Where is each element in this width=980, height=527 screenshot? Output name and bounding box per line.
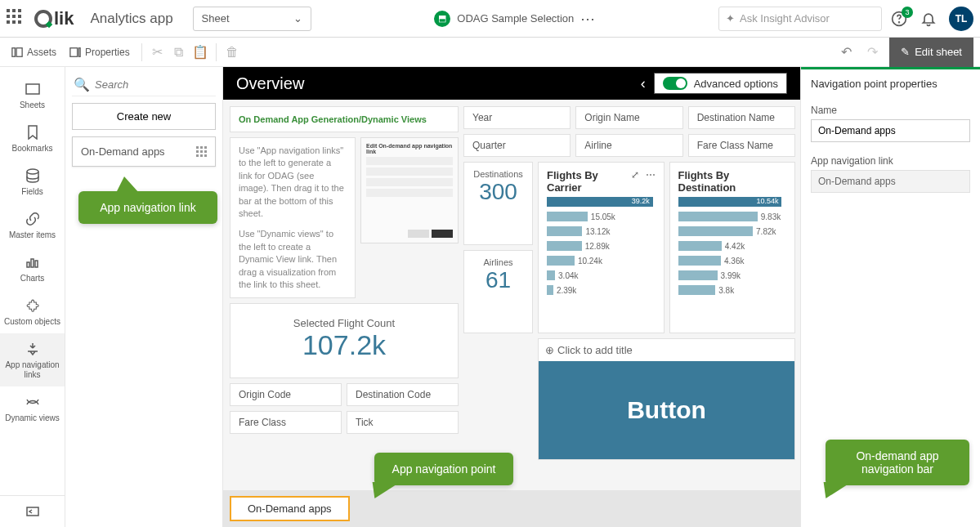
app-navigation-bar[interactable]: On-Demand apps (223, 490, 800, 527)
chevron-down-icon: ⌄ (293, 12, 302, 25)
sheet-selection-label: ODAG Sample Selection (457, 12, 574, 25)
dialog-preview-image: Edit On-demand app navigation link (360, 137, 459, 243)
toggle-on-icon (663, 77, 687, 90)
more-icon[interactable]: ⋯ (580, 10, 595, 28)
insight-advisor-input[interactable]: ✦ Ask Insight Advisor (718, 7, 882, 31)
sheets-icon (24, 80, 42, 98)
edit-sheet-button[interactable]: ✎ Edit sheet (889, 38, 973, 67)
search-icon: 🔍 (74, 77, 90, 92)
add-title[interactable]: ⊕Click to add title (539, 339, 794, 361)
edit-sheet-label: Edit sheet (915, 46, 962, 58)
chart-icon (24, 253, 42, 271)
svg-rect-8 (27, 262, 29, 267)
nav-app-navigation-links[interactable]: App navigation links (0, 333, 65, 386)
filter-destination-name[interactable]: Destination Name (688, 106, 795, 129)
search-input[interactable] (95, 78, 214, 91)
insight-placeholder: Ask Insight Advisor (740, 12, 830, 25)
redo-icon[interactable]: ↷ (863, 43, 881, 61)
assets-label: Assets (27, 47, 56, 58)
big-button[interactable]: Button (539, 361, 794, 459)
more-icon[interactable]: ⋯ (646, 169, 656, 181)
help-icon[interactable]: 3 (890, 10, 908, 28)
properties-label: Properties (85, 47, 130, 58)
properties-button[interactable]: Properties (65, 43, 135, 61)
filter-quarter[interactable]: Quarter (463, 134, 571, 157)
navigation-point[interactable]: On-Demand apps (230, 496, 350, 521)
link-value: On-Demand apps (811, 170, 970, 193)
paste-icon[interactable]: 📋 (191, 43, 209, 61)
sheet-dropdown[interactable]: Sheet ⌄ (193, 7, 311, 31)
nav-label: Fields (21, 187, 43, 197)
asset-panel: 🔍 Create new On-Demand apps (65, 67, 223, 527)
bell-icon[interactable] (920, 10, 937, 28)
info-text-2: Use "Dynamic views" to the left to creat… (239, 228, 347, 291)
nav-charts[interactable]: Charts (0, 247, 65, 290)
kpi-airlines[interactable]: Airlines 61 (463, 250, 533, 333)
nav-custom-objects[interactable]: Custom objects (0, 290, 65, 333)
nav-collapse[interactable] (0, 495, 65, 527)
bookmark-icon (24, 123, 42, 141)
filter-airline[interactable]: Airline (575, 134, 682, 157)
chart-flights-destination[interactable]: Flights By Destination 10.54k9.83k7.82k4… (669, 162, 796, 333)
kpi-destinations[interactable]: Destinations 300 (463, 162, 533, 245)
search-row: 🔍 (72, 74, 216, 96)
advanced-options-label: Advanced options (694, 78, 778, 90)
nav-label: App navigation links (2, 360, 63, 380)
app-launcher-icon[interactable] (7, 9, 26, 29)
delete-icon[interactable]: 🗑 (223, 43, 241, 61)
filter-fare-class[interactable]: Fare Class (230, 411, 342, 434)
topbar: lik Analytics app Sheet ⌄ ⬒ ODAG Sample … (0, 0, 980, 38)
sparkle-icon: ✦ (726, 12, 735, 25)
svg-rect-10 (35, 261, 38, 267)
user-avatar[interactable]: TL (949, 7, 973, 31)
nav-sheets[interactable]: Sheets (0, 74, 65, 117)
panel-header: Navigation point properties (801, 67, 980, 98)
sheet-selection-title[interactable]: ⬒ ODAG Sample Selection ⋯ (434, 10, 595, 28)
help-badge: 3 (902, 7, 913, 18)
app-name: Analytics app (90, 11, 172, 27)
dynamic-icon (24, 393, 42, 411)
prev-sheet-icon[interactable]: ‹ (641, 75, 646, 92)
button-object[interactable]: ⊕Click to add title Button (538, 338, 795, 460)
chart-title: Flights By Destination (678, 169, 787, 194)
nav-master-items[interactable]: Master items (0, 203, 65, 247)
puzzle-icon (24, 297, 42, 315)
sheet-icon: ⬒ (434, 11, 450, 27)
callout-app-nav-link: App navigation link (78, 191, 217, 224)
on-demand-apps-item[interactable]: On-Demand apps (72, 136, 216, 167)
filter-origin-name[interactable]: Origin Name (575, 106, 682, 129)
toolbar: Assets Properties ✂ ⧉ 📋 🗑 ↶ ↷ ✎ Edit she… (0, 38, 980, 67)
nav-label: Sheets (20, 100, 45, 110)
collapse-icon (24, 502, 42, 520)
qlik-logo: lik (34, 8, 74, 29)
copy-icon[interactable]: ⧉ (170, 43, 188, 61)
create-new-button[interactable]: Create new (72, 103, 216, 130)
info-text-1: Use "App navigation links" to the left t… (239, 145, 347, 220)
filter-ticket[interactable]: Tick (347, 411, 459, 434)
kpi-label: Airlines (472, 257, 524, 267)
fields-icon (24, 167, 42, 185)
breadcrumb-card: On Demand App Generation/Dynamic Views (230, 106, 459, 132)
chart-bars: 39.2k15.05k13.12k12.89k10.24k3.04k2.39k (547, 197, 656, 295)
cut-icon[interactable]: ✂ (149, 43, 167, 61)
expand-icon[interactable]: ⤢ (631, 169, 639, 181)
filter-origin-code[interactable]: Origin Code (230, 383, 342, 406)
drag-handle-icon[interactable] (196, 146, 207, 157)
filter-destination-code[interactable]: Destination Code (347, 383, 459, 406)
kpi-selected-flight[interactable]: Selected Flight Count 107.2k (230, 303, 459, 378)
nav-bookmarks[interactable]: Bookmarks (0, 117, 65, 160)
pencil-icon: ✎ (901, 46, 910, 58)
chart-flights-carrier[interactable]: ⤢⋯ Flights By Carrier 39.2k15.05k13.12k1… (538, 162, 665, 333)
filter-fare-class-name[interactable]: Fare Class Name (688, 134, 795, 157)
advanced-options-toggle[interactable]: Advanced options (654, 73, 787, 94)
navlink-icon (24, 340, 42, 358)
sheet-dropdown-label: Sheet (202, 12, 230, 25)
assets-button[interactable]: Assets (7, 43, 61, 61)
svg-rect-9 (31, 259, 34, 267)
nav-dynamic-views[interactable]: Dynamic views (0, 386, 65, 430)
breadcrumb: On Demand App Generation/Dynamic Views (239, 114, 427, 124)
name-input[interactable] (811, 119, 970, 142)
undo-icon[interactable]: ↶ (837, 43, 855, 61)
nav-fields[interactable]: Fields (0, 160, 65, 203)
filter-year[interactable]: Year (463, 106, 571, 129)
